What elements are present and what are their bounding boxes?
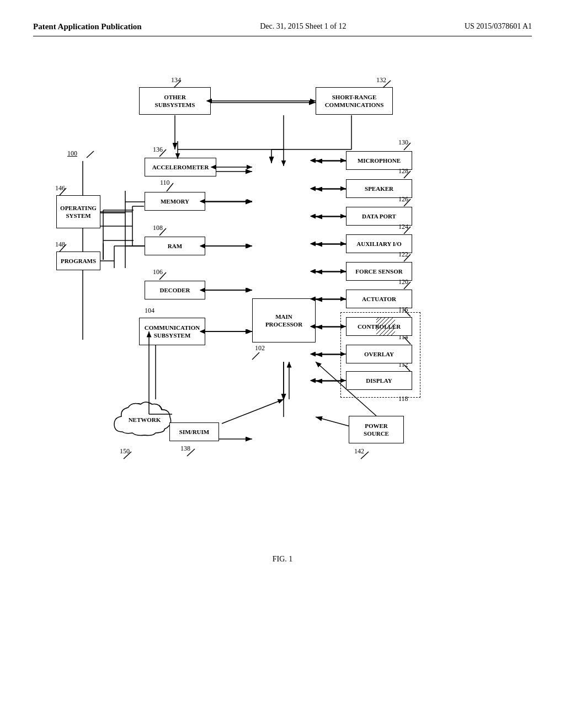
other-subsystems-box: OTHERSUBSYSTEMS [139,87,211,115]
svg-line-99 [222,399,284,424]
svg-line-55 [167,183,173,191]
svg-line-38 [404,171,411,178]
short-range-box: SHORT-RANGECOMMUNICATIONS [316,87,393,115]
svg-line-34 [174,81,181,88]
svg-line-67 [361,452,369,459]
svg-line-39 [404,199,411,206]
svg-line-43 [376,317,379,320]
page: Patent Application Publication Dec. 31, … [0,0,565,728]
svg-line-40 [404,227,411,234]
svg-line-65 [124,452,131,459]
network-cloud: NETWORK [111,395,178,445]
svg-line-103 [87,151,94,158]
svg-line-36 [159,149,166,157]
svg-line-37 [404,143,411,150]
sim-ruim-box: SIM/RUIM [169,422,219,441]
svg-line-35 [383,81,391,88]
comm-subsystem-box: COMMUNICATIONSUBSYSTEM [139,318,205,345]
programs-box: PROGRAMS [56,251,100,270]
svg-line-41 [404,254,411,261]
svg-line-51 [391,331,395,336]
svg-line-59 [60,188,66,195]
overlay-box: OVERLAY [346,345,412,363]
svg-line-46 [376,317,390,330]
memory-box: MEMORY [145,192,205,211]
header-right: US 2015/0378601 A1 [465,22,532,31]
header-left: Patent Application Publication [33,22,142,31]
svg-line-66 [187,449,195,456]
accelerometer-box: ACCELEROMETER [145,158,216,176]
decoder-box: DECODER [145,281,205,299]
network-label: NETWORK [129,416,161,423]
svg-line-60 [60,244,66,251]
svg-line-42 [404,282,411,289]
ref-118: 118 [398,395,408,403]
main-processor-box: MAINPROCESSOR [252,298,316,342]
svg-line-50 [387,328,395,336]
power-source-box: POWERSOURCE [349,416,404,443]
svg-line-56 [159,228,166,235]
ref-100: 100 [67,149,77,158]
svg-line-53 [404,337,411,344]
header-middle: Dec. 31, 2015 Sheet 1 of 12 [260,22,346,31]
page-header: Patent Application Publication Dec. 31, … [33,22,532,36]
ram-box: RAM [145,237,205,255]
svg-line-52 [404,309,411,317]
operating-system-box: OPERATINGSYSTEM [56,195,100,228]
diagram: Short-Range Communications (top horizont… [34,53,531,549]
ref-104: 104 [145,307,154,315]
svg-line-57 [159,272,166,280]
display-box: DISPLAY [346,371,412,390]
svg-line-58 [252,352,259,360]
figure-caption: FIG. 1 [33,555,532,564]
